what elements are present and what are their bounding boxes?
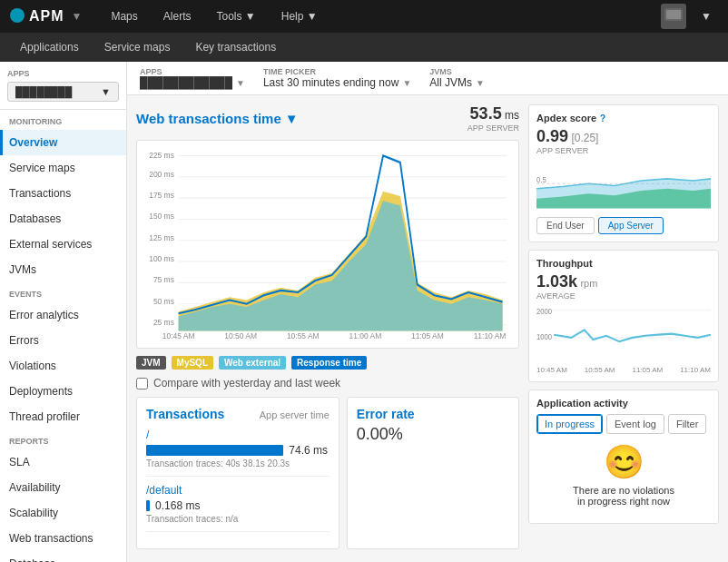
apdex-title: Apdex score ? [536, 113, 711, 123]
toolbar-app-name: ████████████ [140, 76, 232, 89]
svg-text:10:45 AM: 10:45 AM [162, 330, 195, 340]
sidebar-item-sla[interactable]: SLA [0, 449, 126, 475]
apdex-label: Apdex score [536, 113, 596, 123]
transaction-meta-2: Transaction traces: n/a [146, 514, 330, 524]
sidebar-item-database[interactable]: Database [0, 551, 126, 562]
sidebar-item-external-services[interactable]: External services [0, 232, 126, 257]
sidebar-item-scalability[interactable]: Scalability [0, 500, 126, 526]
legend-web-external[interactable]: Web external [219, 356, 286, 370]
activity-buttons: In progress Event log Filter [536, 414, 711, 434]
toolbar-jvms-label: JVMS [429, 67, 485, 76]
transaction-bar-fill-1 [146, 445, 283, 456]
sidebar-item-thread-profiler[interactable]: Thread profiler [0, 404, 126, 429]
throughput-title: Throughput [536, 258, 711, 269]
chart-main-unit: ms [505, 109, 519, 122]
sidebar-item-errors[interactable]: Errors [0, 328, 126, 353]
subnav-applications[interactable]: Applications [9, 37, 90, 57]
svg-point-0 [10, 8, 25, 23]
in-progress-text: in progress right now [546, 496, 702, 507]
nav-right: ▼ [661, 4, 719, 29]
sidebar-item-service-maps[interactable]: Service maps [0, 155, 126, 181]
chart-stats: 53.5 ms APP SERVER [467, 104, 519, 133]
transaction-name-2[interactable]: /default [146, 484, 330, 497]
sidebar-item-error-analytics[interactable]: Error analytics [0, 302, 126, 328]
sidebar-item-violations[interactable]: Violations [0, 353, 126, 379]
toolbar-time-arrow: ▼ [402, 78, 411, 88]
chart-legend: JVM MySQL Web external Response time [136, 356, 519, 370]
brand-logo[interactable]: APM ▼ [9, 7, 82, 25]
events-section-label: EVENTS [0, 282, 126, 302]
toolbar-apps-label: APPS [140, 67, 245, 76]
nav-alerts[interactable]: Alerts [152, 5, 202, 28]
activity-title: Application activity [536, 398, 711, 409]
user-avatar[interactable] [661, 4, 686, 29]
filter-button[interactable]: Filter [668, 414, 706, 434]
content-area: Web transactions time ▼ 53.5 ms APP SERV… [127, 95, 728, 562]
apdex-tabs: End User App Server [536, 217, 711, 234]
throughput-value: 1.03k [536, 272, 577, 291]
top-nav-items: Maps Alerts Tools ▼ Help ▼ [100, 5, 661, 28]
toolbar-jvms-text: All JVMs [429, 76, 472, 89]
throughput-label-2: 10:55 AM [585, 366, 615, 374]
new-relic-logo [9, 7, 25, 25]
transactions-panel: Transactions App server time / 74.6 ms T… [136, 397, 339, 549]
app-server-tab[interactable]: App Server [598, 217, 664, 234]
legend-jvm[interactable]: JVM [136, 356, 166, 370]
throughput-card: Throughput 1.03k rpm AVERAGE 2000 1000 [528, 250, 719, 382]
nav-more-button[interactable]: ▼ [694, 6, 719, 26]
no-violations-text: There are no violations [546, 485, 702, 496]
bottom-panels: Transactions App server time / 74.6 ms T… [136, 397, 519, 549]
nav-help[interactable]: Help ▼ [271, 5, 329, 28]
svg-text:10:55 AM: 10:55 AM [287, 330, 320, 340]
toolbar-apps-value[interactable]: ████████████ ▼ [140, 76, 245, 89]
chart-title[interactable]: Web transactions time ▼ [136, 111, 299, 126]
toolbar-time-value[interactable]: Last 30 minutes ending now ▼ [263, 76, 411, 89]
apdex-sub-label: APP SERVER [536, 146, 711, 155]
event-log-button[interactable]: Event log [606, 414, 664, 434]
legend-mysql[interactable]: MySQL [172, 356, 213, 370]
throughput-unit: rpm [580, 278, 597, 289]
app-dropdown[interactable]: ████████ ▼ [7, 82, 119, 102]
svg-text:11:00 AM: 11:00 AM [349, 330, 382, 340]
svg-text:0.5: 0.5 [536, 176, 546, 185]
nav-tools[interactable]: Tools ▼ [205, 5, 266, 28]
apdex-svg: 0.5 [536, 159, 711, 213]
toolbar-time-text: Last 30 minutes ending now [263, 76, 398, 89]
svg-text:100 ms: 100 ms [149, 254, 174, 264]
sidebar-item-deployments[interactable]: Deployments [0, 379, 126, 404]
compare-checkbox[interactable] [136, 378, 148, 389]
subnav-service-maps[interactable]: Service maps [93, 37, 182, 57]
in-progress-button[interactable]: In progress [536, 414, 603, 434]
throughput-label-4: 11:10 AM [680, 366, 711, 374]
sidebar-item-databases[interactable]: Databases [0, 206, 126, 232]
transactions-title[interactable]: Transactions [146, 407, 224, 421]
transaction-name-1[interactable]: / [146, 429, 330, 441]
nav-maps[interactable]: Maps [100, 5, 148, 28]
chart-container: 225 ms 200 ms 175 ms 150 ms 125 ms 100 m… [136, 140, 519, 349]
table-row: /default 0.168 ms Transaction traces: n/… [146, 484, 330, 532]
toolbar-jvms-value[interactable]: All JVMs ▼ [429, 76, 485, 89]
sidebar-item-availability[interactable]: Availability [0, 475, 126, 500]
sidebar-item-transactions[interactable]: Transactions [0, 181, 126, 206]
apdex-info-icon[interactable]: ? [600, 113, 605, 123]
legend-response-time[interactable]: Response time [291, 356, 367, 370]
svg-text:150 ms: 150 ms [149, 212, 174, 222]
chart-svg: 225 ms 200 ms 175 ms 150 ms 125 ms 100 m… [144, 148, 511, 340]
app-selector[interactable]: APPS ████████ ▼ [0, 62, 126, 110]
toolbar-time-label: TIME PICKER [263, 67, 411, 76]
svg-text:2000: 2000 [536, 308, 553, 317]
end-user-tab[interactable]: End User [536, 217, 595, 234]
svg-text:200 ms: 200 ms [149, 169, 174, 179]
transaction-bar-2: 0.168 ms [146, 499, 330, 512]
sidebar-item-web-transactions[interactable]: Web transactions [0, 526, 126, 551]
app-dropdown-arrow: ▼ [101, 86, 111, 97]
smiley-icon: 😊 [546, 443, 702, 481]
brand-dropdown-arrow[interactable]: ▼ [72, 10, 83, 23]
svg-text:10:50 AM: 10:50 AM [224, 330, 257, 340]
svg-text:175 ms: 175 ms [149, 191, 174, 201]
sidebar-item-overview[interactable]: Overview [0, 130, 126, 155]
chart-panel: Web transactions time ▼ 53.5 ms APP SERV… [136, 104, 519, 553]
transaction-value-1: 74.6 ms [289, 444, 328, 457]
subnav-key-transactions[interactable]: Key transactions [184, 37, 287, 57]
sidebar-item-jvms[interactable]: JVMs [0, 257, 126, 282]
